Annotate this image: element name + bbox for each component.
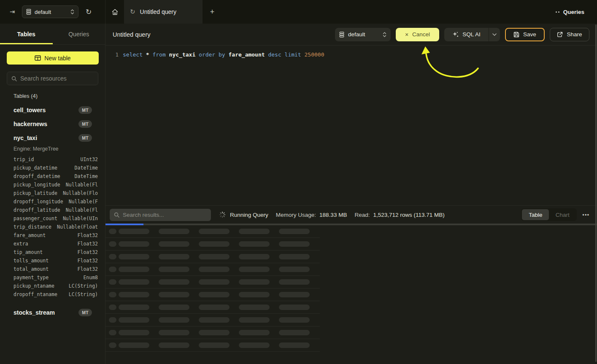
skeleton-pill	[159, 241, 189, 247]
sidebar-tab-queries[interactable]: Queries	[53, 24, 105, 44]
sidebar-tab-tables[interactable]: Tables	[0, 24, 53, 44]
memory-usage-label: Memory Usage:	[276, 212, 316, 218]
new-tab-plus-icon[interactable]: +	[203, 0, 222, 24]
skeleton-pill	[279, 279, 310, 285]
column-name: tip_amount	[14, 249, 43, 255]
table-item-cell-towers[interactable]: cell_towers MT	[0, 103, 105, 117]
skeleton-pill	[279, 305, 310, 310]
close-icon: ×	[405, 31, 408, 38]
sql-token: order	[195, 51, 215, 58]
collapse-sidebar-icon[interactable]: ⇥	[5, 5, 19, 19]
search-results-input[interactable]	[123, 212, 201, 218]
column-name: dropoff_longitude	[14, 199, 63, 205]
skeleton-pill	[109, 292, 116, 297]
skeleton-pill	[109, 342, 116, 348]
skeleton-row	[105, 238, 320, 251]
table-grid-icon	[35, 55, 41, 61]
skeleton-pill	[239, 342, 270, 348]
skeleton-pill	[239, 305, 270, 310]
topbar-database-selector[interactable]: default	[22, 5, 78, 18]
column-row: trip_distanceNullable(Float	[0, 223, 105, 231]
column-type: Nullable(F	[69, 199, 98, 205]
table-item-hackernews[interactable]: hackernews MT	[0, 117, 105, 131]
skeleton-row	[105, 276, 320, 289]
tab-untitled-query[interactable]: ↻ Untitled query	[124, 0, 203, 24]
skeleton-pill	[159, 342, 189, 348]
query-progress-fill	[105, 224, 143, 225]
cancel-button[interactable]: × Cancel	[396, 28, 439, 41]
table-item-stocks-stream[interactable]: stocks_stream MT	[0, 305, 105, 319]
sql-token: by	[215, 51, 225, 58]
sql-token: 250000	[301, 51, 324, 58]
vertical-scrollbar[interactable]	[595, 24, 597, 362]
column-name: pickup_datetime	[14, 165, 57, 171]
tab-strip: ↻ Untitled query + Queries	[105, 0, 597, 24]
table-item-nyc-taxi[interactable]: nyc_taxi MT	[0, 131, 105, 145]
skeleton-pill	[109, 317, 116, 323]
memory-usage-value: 188.33 MB	[319, 212, 347, 218]
query-title: Untitled query	[113, 31, 150, 38]
table-engine-info: Engine: MergeTree	[0, 145, 105, 154]
running-spinner-icon	[219, 211, 226, 218]
skeleton-row	[105, 326, 320, 339]
skeleton-pill	[109, 279, 116, 285]
sql-editor[interactable]: 1 select * from nyc_taxi order by fare_a…	[105, 46, 597, 205]
share-button[interactable]: Share	[550, 28, 589, 41]
query-database-value: default	[348, 31, 383, 38]
sql-token: desc	[265, 51, 281, 58]
column-name: extra	[14, 241, 28, 247]
column-type: UInt32	[80, 156, 98, 162]
column-type: Nullable(UIn	[63, 216, 98, 221]
skeleton-pill	[199, 330, 230, 335]
table-name: stocks_stream	[14, 309, 78, 316]
column-name: pickup_longitude	[14, 182, 60, 188]
engine-badge: MT	[78, 120, 92, 128]
queries-link-label: Queries	[563, 9, 584, 15]
results-loading-skeleton	[105, 225, 597, 352]
skeleton-pill	[109, 229, 116, 234]
sparkle-icon	[452, 31, 459, 38]
column-row: payment_typeEnum8	[0, 273, 105, 282]
skeleton-pill	[279, 330, 310, 335]
results-toolbar: Running Query Memory Usage: 188.33 MB Re…	[105, 205, 597, 224]
skeleton-row	[105, 289, 320, 301]
view-tab-chart[interactable]: Chart	[549, 209, 576, 220]
column-row: fare_amountFloat32	[0, 231, 105, 240]
search-resources-input[interactable]	[20, 75, 92, 82]
sql-ai-dropdown-arrow[interactable]	[489, 28, 500, 41]
skeleton-pill	[159, 317, 189, 323]
skeleton-pill	[239, 254, 270, 259]
column-row: trip_idUInt32	[0, 155, 105, 164]
engine-badge: MT	[78, 134, 92, 142]
column-name: dropoff_datetime	[14, 173, 60, 179]
column-row: passenger_countNullable(UIn	[0, 214, 105, 223]
refresh-icon[interactable]: ↻	[82, 5, 95, 19]
column-list: trip_idUInt32pickup_datetimeDateTimedrop…	[0, 154, 105, 300]
results-menu-ellipsis-icon[interactable]: •••	[582, 212, 589, 218]
save-button[interactable]: Save	[505, 28, 545, 41]
column-type: Float32	[78, 232, 98, 238]
column-name: fare_amount	[14, 232, 46, 238]
view-tab-table[interactable]: Table	[522, 209, 549, 220]
skeleton-pill	[199, 241, 230, 247]
skeleton-row	[105, 339, 320, 352]
skeleton-pill	[119, 267, 149, 272]
skeleton-pill	[159, 267, 189, 272]
home-icon[interactable]	[105, 0, 124, 24]
tables-section-header: Tables (4)	[14, 93, 105, 99]
skeleton-pill	[199, 229, 230, 234]
sql-ai-button[interactable]: SQL AI	[444, 28, 500, 41]
new-table-button[interactable]: New table	[7, 51, 99, 65]
queries-link[interactable]: Queries	[556, 0, 584, 24]
skeleton-pill	[279, 267, 310, 272]
column-row: tolls_amountFloat32	[0, 256, 105, 265]
skeleton-pill	[199, 292, 230, 297]
view-toggle: Table Chart	[521, 208, 577, 221]
skeleton-pill	[199, 305, 230, 310]
skeleton-pill	[109, 305, 116, 310]
sql-ai-label: SQL AI	[462, 31, 480, 38]
skeleton-pill	[119, 342, 149, 348]
tables-list: cell_towers MT hackernews MT nyc_taxi MT…	[0, 103, 105, 319]
query-database-selector[interactable]: default	[335, 28, 391, 41]
column-type: Enum8	[83, 275, 98, 280]
